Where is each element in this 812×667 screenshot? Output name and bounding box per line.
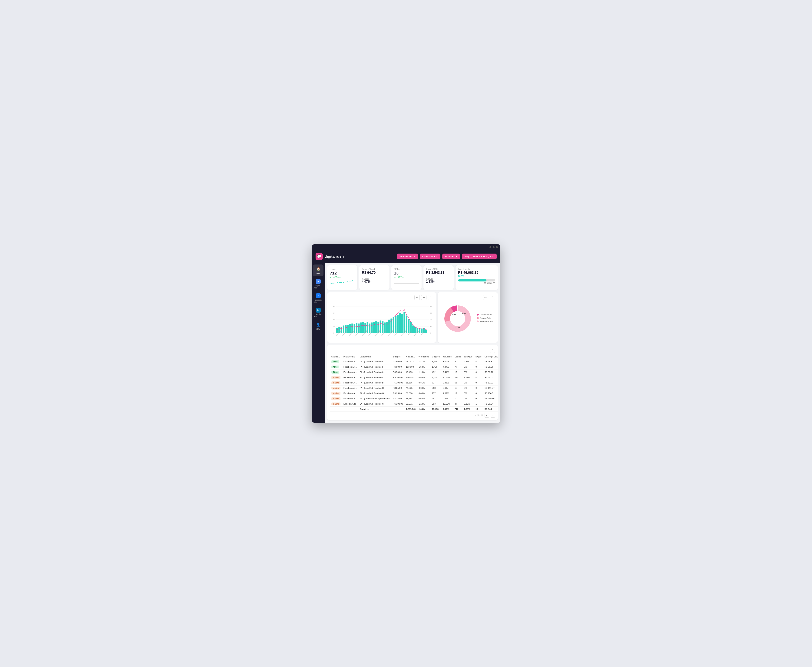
cell-pct-cliques: 1.41% — [417, 359, 431, 364]
cell-pct-mqls: 0% — [463, 364, 474, 370]
sidebar-item-google-ads[interactable]: A Google Ads — [313, 277, 323, 291]
grand-total-budget — [391, 407, 404, 411]
svg-text:40: 40 — [430, 305, 432, 307]
cell-mqls: 0 — [474, 380, 483, 385]
cell-custo-lead: R$ 60.36 — [483, 364, 498, 370]
header: 💬 digitalrush Plataforma ▼ Campanha ▼ Pr… — [312, 250, 501, 263]
cell-status: Ativo — [330, 359, 342, 364]
svg-text:Jun 6, 2023: Jun 6, 2023 — [413, 331, 419, 336]
cell-cliques: 6,479 — [431, 359, 441, 364]
sidebar-item-facebook-ads[interactable]: f Facebook Ads — [313, 292, 323, 305]
svg-rect-47 — [403, 312, 405, 333]
kpi-investimento: Investimento R$ 46,063.35 76.8% R$ 60,00… — [456, 265, 498, 290]
cell-budget: R$ 50.00 — [391, 370, 404, 375]
cell-custo-lead: R$ 51.91 — [483, 380, 498, 385]
cell-platform: Facebook A... — [342, 391, 358, 396]
cell-leads: 77 — [453, 364, 462, 370]
bar-chart-menu-btn[interactable]: ⋮ — [428, 295, 433, 300]
kpi-custo-lead-value: R$ 64.70 — [362, 271, 387, 275]
svg-text:20.3%: 20.3% — [451, 314, 456, 315]
cell-pct-leads: 3.09% — [441, 359, 453, 364]
cell-leads: 200 — [453, 359, 462, 364]
cell-budget: R$ 25.00 — [391, 385, 404, 391]
date-filter[interactable]: May 1, 2023 - Jun 30, 2 ▼ — [462, 254, 496, 259]
svg-text:20: 20 — [430, 319, 432, 320]
cell-mqls: 0 — [474, 370, 483, 375]
kpi-bar-max-label: R$ 60,000.00 — [458, 282, 495, 284]
kpi-mqls-line — [394, 280, 419, 287]
svg-rect-51 — [412, 325, 414, 333]
cell-leads: 12 — [453, 370, 462, 375]
kpi-custo-mql: Custo p/ MQL R$ 3,543.33 % MQLs 1.83% — [423, 265, 454, 290]
table-menu-btn[interactable]: ⋮ — [490, 348, 495, 353]
bar-chart-grid-icon[interactable]: ⊞ — [414, 295, 420, 300]
cell-pct-mqls: 2.13% — [463, 401, 474, 407]
cell-status: Inativo — [330, 396, 342, 401]
legend-dot-google — [477, 317, 479, 319]
cell-alcance: 88,595 — [404, 380, 417, 385]
grand-total-leads: 712 — [453, 407, 462, 411]
product-filter[interactable]: Produto ▼ — [442, 254, 460, 259]
cell-leads: 12 — [453, 391, 462, 396]
title-dot-2 — [493, 246, 494, 248]
sidebar-item-linkedin-ads[interactable]: in LinkedIn Ads — [313, 306, 323, 319]
home-icon: 🏠 — [316, 266, 321, 272]
cell-platform: Facebook A... — [342, 385, 358, 391]
cell-alcance: 240,591 — [404, 375, 417, 380]
cell-alcance: 38,808 — [404, 391, 417, 396]
svg-rect-54 — [419, 329, 420, 333]
prev-page-btn[interactable]: ‹ — [484, 413, 489, 418]
sidebar-label-google-ads: Google Ads — [314, 285, 323, 289]
cell-mqls: 0 — [474, 391, 483, 396]
donut-chart-sort-btn[interactable]: AZ — [483, 295, 488, 300]
campaign-filter[interactable]: Campanha ▼ — [420, 254, 441, 259]
cell-custo-lead: R$ 449.86 — [483, 396, 498, 401]
cell-pct-cliques: 1.18% — [417, 401, 431, 407]
kpi-pct-leads-value: 4.07% — [362, 280, 387, 283]
table-header-row: ⋮ — [330, 348, 495, 353]
cell-cliques: 1,736 — [431, 364, 441, 370]
cell-pct-leads: 4.44% — [441, 364, 453, 370]
cell-pct-mqls: 0% — [463, 396, 474, 401]
next-page-btn[interactable]: › — [491, 413, 495, 418]
cell-cliques: 717 — [431, 380, 441, 385]
cell-cliques: 383 — [431, 401, 441, 407]
svg-text:8.4%: 8.4% — [462, 312, 466, 314]
cell-pct-mqls: 0% — [463, 370, 474, 375]
bar-chart-sort-btn[interactable]: AZ — [421, 295, 426, 300]
legend-dot-linkedin — [477, 314, 479, 315]
table-row: Inativo Facebook A... FA - [Lead Ad] Pro… — [330, 385, 498, 391]
grand-total-pct-leads: 4.07% — [441, 407, 453, 411]
pagination-label: 1 - 23 / 23 — [474, 414, 483, 416]
svg-text:200: 200 — [333, 325, 335, 327]
col-campanha: Campanha — [358, 354, 391, 359]
cell-campaign: FA - [Lead Ad] Produto B — [358, 380, 391, 385]
cell-pct-leads: 0.4% — [441, 396, 453, 401]
sidebar-item-crm[interactable]: 👤 CRM — [313, 320, 323, 332]
col-cliques: Cliques — [431, 354, 441, 359]
donut-chart-toolbar: AZ ⋮ — [441, 295, 495, 300]
kpi-investimento-label: Investimento — [458, 268, 495, 270]
svg-rect-31 — [369, 324, 371, 333]
col-plataforma: Plataforma — [342, 354, 358, 359]
svg-text:0: 0 — [333, 332, 334, 334]
donut-chart-menu-btn[interactable]: ⋮ — [490, 295, 495, 300]
kpi-leads-sparkline — [330, 280, 355, 287]
cell-budget: R$ 100.00 — [391, 375, 404, 380]
cell-alcance: 32,571 — [404, 401, 417, 407]
mqls-up-arrow-icon: ▲ — [394, 276, 396, 278]
svg-rect-24 — [353, 324, 355, 333]
cell-status: Ativo — [330, 370, 342, 375]
table-row: Inativo Facebook A... FA - [Lead Ad] Pro… — [330, 391, 498, 396]
cell-campaign: LA - [Lead Ad] Produto C — [358, 401, 391, 407]
kpi-investimento-bar — [458, 279, 495, 282]
cell-pct-mqls: 1.89% — [463, 375, 474, 380]
cell-pct-mqls: 2.5% — [463, 359, 474, 364]
cell-pct-cliques: 1.13% — [417, 370, 431, 375]
cell-campaign: FA - [Lead Ad] Produto H — [358, 385, 391, 391]
table-header: Status... Plataforma Campanha Budget Alc… — [330, 354, 498, 359]
grand-total-label — [330, 407, 342, 411]
sidebar-item-geral[interactable]: 🏠 Geral — [313, 264, 323, 276]
platform-filter[interactable]: Plataforma ▼ — [397, 254, 418, 259]
charts-row: ⊞ AZ ⋮ 800 600 400 200 0 40 30 2 — [327, 292, 498, 343]
